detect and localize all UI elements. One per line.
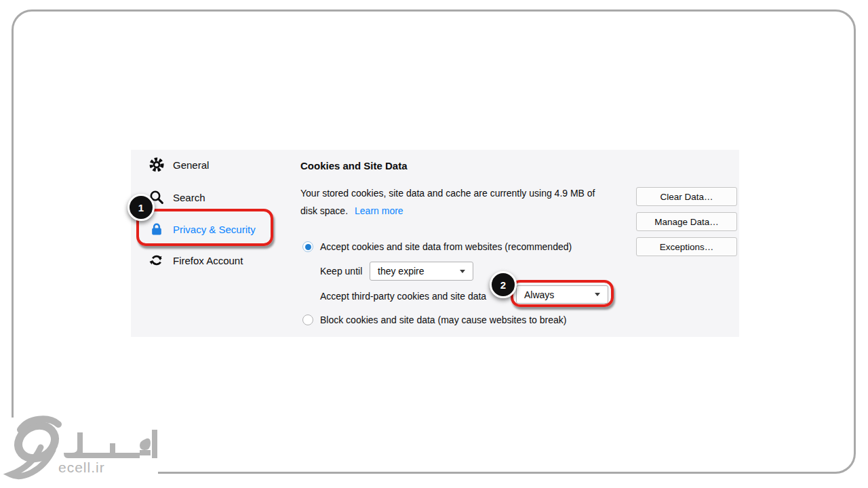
third-party-label: Accept third-party cookies and site data: [320, 291, 486, 302]
description-line-2: disk space.Learn more: [300, 205, 403, 216]
sidebar-item-label: General: [173, 159, 209, 171]
sidebar-item-label: Firefox Account: [173, 255, 243, 266]
radio-accept-cookies[interactable]: [302, 241, 313, 252]
keep-until-label: Keep until: [320, 266, 362, 277]
highlight-box-third-party: [511, 280, 614, 307]
radio-accept-cookies-label: Accept cookies and site data from websit…: [320, 241, 572, 252]
sidebar-item-search[interactable]: Search: [149, 190, 205, 205]
clear-data-button[interactable]: Clear Data…: [636, 187, 737, 206]
radio-block-cookies[interactable]: [302, 314, 313, 325]
step-badge-1-number: 1: [138, 202, 144, 214]
exceptions-button[interactable]: Exceptions…: [636, 237, 737, 256]
manage-data-button[interactable]: Manage Data…: [636, 212, 737, 231]
screenshot-root: General Search Privacy & Security: [0, 0, 868, 488]
step-badge-2: 2: [490, 271, 517, 298]
sidebar-item-firefox-account[interactable]: Firefox Account: [149, 253, 243, 268]
highlight-box-privacy-security: [136, 209, 273, 246]
gear-icon: [149, 157, 164, 172]
sidebar-item-label: Search: [173, 192, 205, 203]
sync-icon: [149, 253, 164, 268]
description-line-1: Your stored cookies, site data and cache…: [300, 188, 595, 199]
step-badge-2-number: 2: [500, 279, 506, 291]
keep-until-dropdown[interactable]: they expire: [370, 262, 473, 281]
learn-more-link[interactable]: Learn more: [355, 205, 403, 216]
keep-until-value: they expire: [378, 266, 424, 277]
chevron-down-icon: [460, 270, 465, 273]
radio-block-cookies-label: Block cookies and site data (may cause w…: [320, 314, 566, 325]
section-heading: Cookies and Site Data: [300, 160, 408, 171]
step-badge-1: 1: [127, 194, 155, 221]
radio-dot: [305, 244, 311, 250]
description-line-2-text: disk space.: [300, 205, 348, 216]
watermark-url: ecell.ir: [58, 460, 105, 476]
sidebar-item-general[interactable]: General: [149, 157, 209, 172]
brand-persian-wordmark: [64, 430, 157, 458]
